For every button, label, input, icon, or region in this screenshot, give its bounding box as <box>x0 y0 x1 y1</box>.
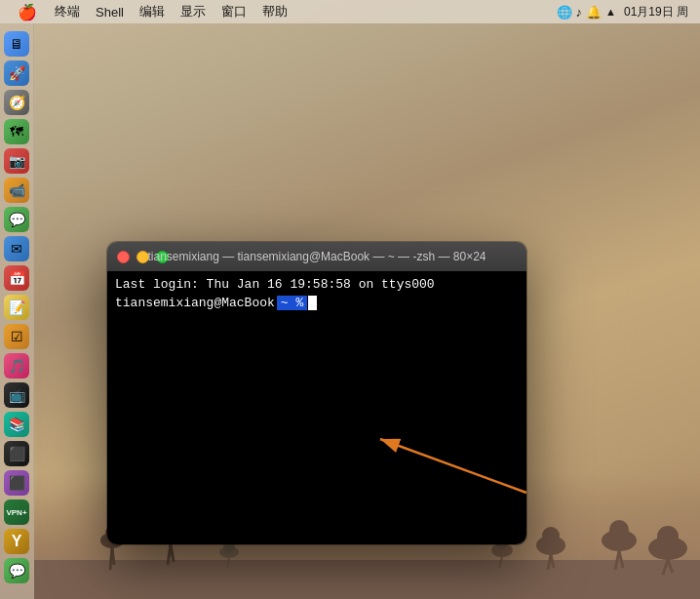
terminal-last-login: Last login: Thu Jan 16 19:58:58 on ttys0… <box>115 277 519 292</box>
menu-window[interactable]: 窗口 <box>214 0 254 23</box>
menu-help[interactable]: 帮助 <box>254 0 295 23</box>
dock-photos[interactable]: 📷 <box>4 148 29 174</box>
apple-menu[interactable]: 🍎 <box>8 0 47 23</box>
svg-point-20 <box>657 526 679 547</box>
terminal-window[interactable]: tiansemixiang — tiansemixiang@MacBook — … <box>107 242 526 544</box>
menubar-clock: 01月19日 周 <box>620 4 692 20</box>
terminal-cursor <box>308 296 317 310</box>
dock-app1[interactable]: ⬛ <box>4 470 29 496</box>
dock-yelp[interactable]: Y <box>4 529 29 554</box>
dock-appletv[interactable]: 📺 <box>4 382 29 408</box>
terminal-prompt-line: tiansemixiang@MacBook ~ % <box>115 296 519 310</box>
svg-point-16 <box>609 520 629 539</box>
menu-terminal[interactable]: 终端 <box>47 0 88 23</box>
dock-wechat[interactable]: 💬 <box>4 558 29 583</box>
terminal-prompt-cwd: ~ % <box>277 296 307 310</box>
dock-launchpad[interactable]: 🚀 <box>4 60 29 86</box>
dock-maps[interactable]: 🗺 <box>4 119 29 144</box>
menu-shell[interactable]: Shell <box>88 0 132 23</box>
svg-rect-0 <box>34 560 700 599</box>
dock-facetime[interactable]: 📹 <box>4 178 29 203</box>
dock-terminal[interactable]: ⬛ <box>4 441 29 466</box>
dock-notes[interactable]: 📝 <box>4 295 29 320</box>
tray-icon-wifi[interactable]: ▲ <box>605 6 616 18</box>
menubar-right: 🌐 ♪ 🔔 ▲ 01月19日 周 <box>557 4 692 20</box>
svg-point-12 <box>542 527 560 544</box>
svg-line-7 <box>171 544 174 562</box>
menubar: 🍎 终端 Shell 编辑 显示 窗口 帮助 🌐 ♪ 🔔 ▲ 01月19日 周 <box>0 0 700 23</box>
svg-line-3 <box>112 548 114 565</box>
dock-finder[interactable]: 🖥 <box>4 31 29 57</box>
dock-music[interactable]: 🎵 <box>4 353 29 379</box>
menubar-left: 🍎 终端 Shell 编辑 显示 窗口 帮助 <box>8 0 295 23</box>
terminal-prompt-user: tiansemixiang@MacBook <box>115 296 275 310</box>
terminal-title: tiansemixiang — tiansemixiang@MacBook — … <box>148 250 486 263</box>
menu-view[interactable]: 显示 <box>173 0 214 23</box>
terminal-body[interactable]: Last login: Thu Jan 16 19:58:58 on ttys0… <box>107 271 526 544</box>
desktop: 🍎 终端 Shell 编辑 显示 窗口 帮助 🌐 ♪ 🔔 ▲ 01月19日 周 … <box>0 0 700 599</box>
menu-edit[interactable]: 编辑 <box>132 0 173 23</box>
tray-icon-2[interactable]: ♪ <box>576 5 583 20</box>
tray-icon-1[interactable]: 🌐 <box>557 5 572 20</box>
dock-mail[interactable]: ✉ <box>4 236 29 261</box>
dock-books[interactable]: 📚 <box>4 412 29 437</box>
dock-calendar[interactable]: 📅 <box>4 265 29 291</box>
dock: 🖥 🚀 🧭 🗺 📷 📹 💬 ✉ 📅 📝 ☑ 🎵 📺 📚 ⬛ ⬛ VPN+ Y 💬 <box>0 23 34 599</box>
dock-vpn[interactable]: VPN+ <box>4 499 29 525</box>
terminal-titlebar: tiansemixiang — tiansemixiang@MacBook — … <box>107 242 526 271</box>
dock-messages[interactable]: 💬 <box>4 207 29 232</box>
tray-icon-3[interactable]: 🔔 <box>586 5 602 20</box>
dock-safari[interactable]: 🧭 <box>4 90 29 115</box>
close-button[interactable] <box>117 251 130 263</box>
dock-reminders[interactable]: ☑ <box>4 324 29 349</box>
